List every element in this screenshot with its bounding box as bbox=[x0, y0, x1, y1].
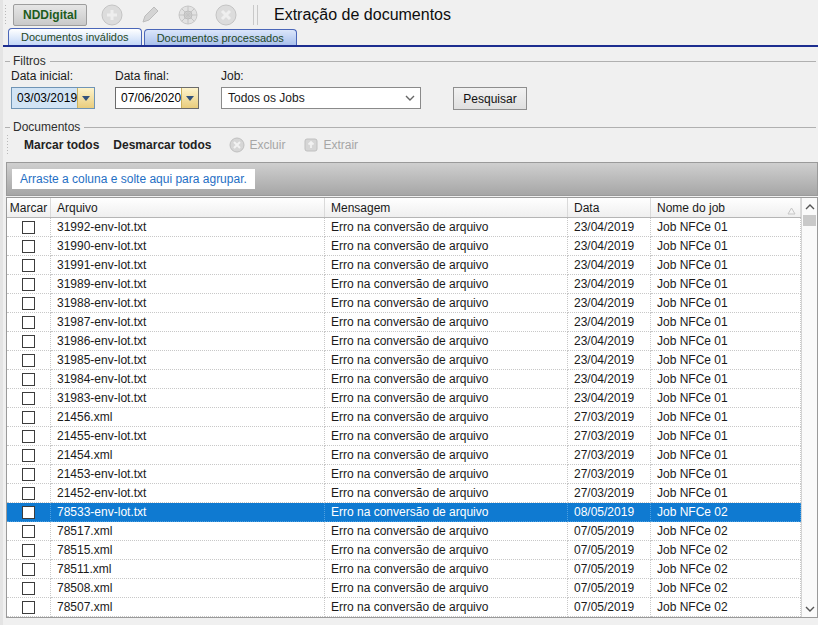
group-by-bar[interactable]: Arraste a coluna e solte aqui para agrup… bbox=[6, 162, 818, 196]
column-header-arquivo[interactable]: Arquivo bbox=[51, 198, 325, 217]
row-checkbox-cell bbox=[7, 256, 51, 275]
gear-icon[interactable] bbox=[175, 2, 201, 28]
row-message: Erro na conversão de arquivo bbox=[325, 484, 568, 503]
row-checkbox[interactable] bbox=[22, 506, 35, 519]
row-checkbox[interactable] bbox=[22, 297, 35, 310]
table-row[interactable]: 31989-env-lot.txt Erro na conversão de a… bbox=[7, 275, 801, 294]
table-row[interactable]: 78517.xml Erro na conversão de arquivo 0… bbox=[7, 522, 801, 541]
table-row[interactable]: 21456.xml Erro na conversão de arquivo 2… bbox=[7, 408, 801, 427]
toolbar-separator bbox=[257, 5, 258, 25]
scroll-up-icon[interactable] bbox=[802, 198, 817, 215]
row-file: 31987-env-lot.txt bbox=[51, 313, 325, 332]
table-row[interactable]: 78515.xml Erro na conversão de arquivo 0… bbox=[7, 541, 801, 560]
table-row[interactable]: 31990-env-lot.txt Erro na conversão de a… bbox=[7, 237, 801, 256]
column-header-marcar[interactable]: Marcar bbox=[7, 198, 51, 217]
row-checkbox[interactable] bbox=[22, 316, 35, 329]
scrollbar-thumb[interactable] bbox=[803, 215, 816, 226]
table-row[interactable]: 78508.xml Erro na conversão de arquivo 0… bbox=[7, 579, 801, 598]
row-checkbox-cell bbox=[7, 598, 51, 617]
delete-button[interactable]: Excluir bbox=[229, 137, 285, 153]
row-file: 31989-env-lot.txt bbox=[51, 275, 325, 294]
row-checkbox[interactable] bbox=[22, 468, 35, 481]
row-job: Job NFCe 01 bbox=[651, 313, 801, 332]
row-checkbox[interactable] bbox=[22, 373, 35, 386]
row-checkbox[interactable] bbox=[22, 240, 35, 253]
unmark-all-button[interactable]: Desmarcar todos bbox=[113, 138, 211, 152]
actionbar-grip[interactable] bbox=[6, 134, 10, 156]
row-checkbox[interactable] bbox=[22, 354, 35, 367]
tab-documentos-invalidos[interactable]: Documentos inválidos bbox=[8, 28, 142, 45]
toolbar-grip[interactable] bbox=[4, 4, 8, 26]
search-button[interactable]: Pesquisar bbox=[453, 87, 527, 110]
pencil-icon[interactable] bbox=[137, 2, 163, 28]
end-date-value[interactable]: 07/06/2020 bbox=[116, 88, 181, 108]
row-message: Erro na conversão de arquivo bbox=[325, 560, 568, 579]
job-select[interactable]: Todos os Jobs bbox=[221, 87, 421, 109]
nddigital-label: NDDigital bbox=[23, 8, 77, 22]
start-date-dropdown-button[interactable] bbox=[77, 88, 94, 108]
table-row[interactable]: 31991-env-lot.txt Erro na conversão de a… bbox=[7, 256, 801, 275]
end-date-dropdown-button[interactable] bbox=[181, 88, 198, 108]
row-checkbox[interactable] bbox=[22, 221, 35, 234]
table-row[interactable]: 31992-env-lot.txt Erro na conversão de a… bbox=[7, 218, 801, 237]
add-icon[interactable] bbox=[99, 2, 125, 28]
row-file: 21456.xml bbox=[51, 408, 325, 427]
row-file: 31988-env-lot.txt bbox=[51, 294, 325, 313]
row-date: 23/04/2019 bbox=[568, 256, 651, 275]
row-checkbox[interactable] bbox=[22, 430, 35, 443]
row-checkbox-cell bbox=[7, 275, 51, 294]
row-date: 07/05/2019 bbox=[568, 579, 651, 598]
table-row[interactable]: 31988-env-lot.txt Erro na conversão de a… bbox=[7, 294, 801, 313]
table-row[interactable]: 78507.xml Erro na conversão de arquivo 0… bbox=[7, 598, 801, 617]
row-checkbox[interactable] bbox=[22, 411, 35, 424]
table-row[interactable]: 21452-env-lot.txt Erro na conversão de a… bbox=[7, 484, 801, 503]
nddigital-button[interactable]: NDDigital bbox=[13, 4, 87, 26]
close-icon[interactable] bbox=[213, 2, 239, 28]
row-message: Erro na conversão de arquivo bbox=[325, 579, 568, 598]
row-checkbox[interactable] bbox=[22, 449, 35, 462]
tab-documentos-processados[interactable]: Documentos processados bbox=[144, 29, 297, 45]
grid-body: 31992-env-lot.txt Erro na conversão de a… bbox=[7, 218, 801, 617]
table-row[interactable]: 78511.xml Erro na conversão de arquivo 0… bbox=[7, 560, 801, 579]
row-checkbox[interactable] bbox=[22, 259, 35, 272]
table-row[interactable]: 31984-env-lot.txt Erro na conversão de a… bbox=[7, 370, 801, 389]
table-row[interactable]: 21453-env-lot.txt Erro na conversão de a… bbox=[7, 465, 801, 484]
scrollbar-track[interactable] bbox=[802, 226, 817, 600]
row-checkbox-cell bbox=[7, 560, 51, 579]
row-file: 78507.xml bbox=[51, 598, 325, 617]
vertical-scrollbar[interactable] bbox=[801, 198, 817, 617]
row-checkbox[interactable] bbox=[22, 278, 35, 291]
row-checkbox[interactable] bbox=[22, 601, 35, 614]
mark-all-button[interactable]: Marcar todos bbox=[24, 138, 99, 152]
table-row[interactable]: 31987-env-lot.txt Erro na conversão de a… bbox=[7, 313, 801, 332]
row-checkbox[interactable] bbox=[22, 487, 35, 500]
start-date-value[interactable]: 03/03/2019 bbox=[12, 88, 77, 108]
table-row[interactable]: 78533-env-lot.txt Erro na conversão de a… bbox=[7, 503, 801, 522]
row-message: Erro na conversão de arquivo bbox=[325, 237, 568, 256]
end-date-field[interactable]: 07/06/2020 bbox=[115, 87, 199, 109]
row-checkbox[interactable] bbox=[22, 563, 35, 576]
row-message: Erro na conversão de arquivo bbox=[325, 427, 568, 446]
row-job: Job NFCe 01 bbox=[651, 237, 801, 256]
column-header-data[interactable]: Data bbox=[568, 198, 651, 217]
grid-header: Marcar Arquivo Mensagem Data Nome do job bbox=[7, 198, 801, 218]
table-row[interactable]: 21455-env-lot.txt Erro na conversão de a… bbox=[7, 427, 801, 446]
table-row[interactable]: 21454.xml Erro na conversão de arquivo 2… bbox=[7, 446, 801, 465]
row-checkbox[interactable] bbox=[22, 335, 35, 348]
chevron-down-icon[interactable] bbox=[400, 88, 420, 108]
row-checkbox[interactable] bbox=[22, 544, 35, 557]
row-checkbox[interactable] bbox=[22, 525, 35, 538]
scroll-down-icon[interactable] bbox=[802, 600, 817, 617]
start-date-field[interactable]: 03/03/2019 bbox=[11, 87, 95, 109]
table-row[interactable]: 31985-env-lot.txt Erro na conversão de a… bbox=[7, 351, 801, 370]
group-by-hint: Arraste a coluna e solte aqui para agrup… bbox=[12, 169, 255, 189]
row-checkbox[interactable] bbox=[22, 582, 35, 595]
table-row[interactable]: 31983-env-lot.txt Erro na conversão de a… bbox=[7, 389, 801, 408]
extract-button[interactable]: Extrair bbox=[303, 137, 358, 153]
row-checkbox[interactable] bbox=[22, 392, 35, 405]
row-checkbox-cell bbox=[7, 370, 51, 389]
column-header-mensagem[interactable]: Mensagem bbox=[325, 198, 568, 217]
row-date: 27/03/2019 bbox=[568, 465, 651, 484]
table-row[interactable]: 31986-env-lot.txt Erro na conversão de a… bbox=[7, 332, 801, 351]
column-header-nome-do-job[interactable]: Nome do job bbox=[651, 198, 801, 217]
